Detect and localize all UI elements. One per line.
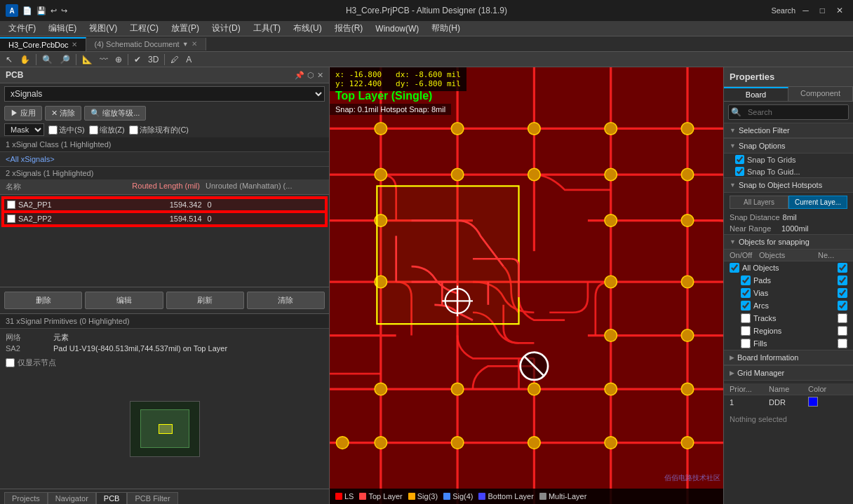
layer-sig4[interactable]: Sig(4) <box>443 492 473 500</box>
refresh-btn[interactable]: 刷新 <box>166 292 244 309</box>
filter-mask-select[interactable]: Mask <box>4 123 44 136</box>
text-tool[interactable]: A <box>183 54 194 65</box>
current-layer-btn[interactable]: Current Laye... <box>788 196 847 209</box>
minimap-board <box>140 409 189 448</box>
all-layers-btn[interactable]: All Layers <box>730 196 788 209</box>
close-btn[interactable]: ✕ <box>832 4 847 17</box>
pcb-canvas[interactable] <box>330 67 723 504</box>
tab-schematic-close[interactable]: ✕ <box>192 40 197 48</box>
file-menu-icon: 📄 <box>22 6 32 15</box>
route-tool[interactable]: 〰 <box>97 54 111 65</box>
obj-check2-all[interactable] <box>838 263 847 273</box>
obj-check2-fills[interactable] <box>838 339 847 348</box>
zoom-in-tool[interactable]: 🔍 <box>39 54 55 65</box>
layer-multi[interactable]: Multi-Layer <box>539 492 586 500</box>
pan-tool[interactable]: ✋ <box>17 54 33 65</box>
3d-tool[interactable]: 3D <box>145 54 161 65</box>
delete-btn[interactable]: 删除 <box>4 292 82 309</box>
props-panel-header: Properties <box>724 67 853 87</box>
grid-manager-header[interactable]: Grid Manager <box>724 365 853 381</box>
snap-options-header[interactable]: Snap Options <box>724 138 853 154</box>
board-info-header[interactable]: Board Information <box>724 350 853 365</box>
zoom-btn[interactable]: 🔍 缩放等级... <box>84 106 146 121</box>
obj-check2-pads[interactable] <box>838 275 847 285</box>
clear-action-btn[interactable]: 清除 <box>247 292 325 309</box>
snap-object-content: All Layers Current Laye... Snap Distance… <box>724 193 853 234</box>
menu-tools[interactable]: 工具(T) <box>248 21 286 36</box>
tab-pcbdoc[interactable]: H3_Core.PcbDoc ✕ <box>0 37 86 51</box>
search-box[interactable]: 🔍 <box>728 104 849 120</box>
obj-checkbox-arcs[interactable] <box>741 301 751 311</box>
clear-btn[interactable]: ✕ 清除 <box>45 106 81 121</box>
search-input[interactable] <box>744 106 849 118</box>
layer-top[interactable]: Top Layer <box>359 492 402 500</box>
drc-tool[interactable]: ✔ <box>131 54 144 65</box>
menu-edit[interactable]: 编辑(E) <box>43 21 82 36</box>
layer-ls[interactable]: LS <box>335 492 354 500</box>
tab-navigator[interactable]: Navigator <box>48 492 96 504</box>
signal-row-sa2pp2[interactable]: SA2_PP2 1594.514 0 <box>3 212 326 226</box>
filter-zoom-checkbox[interactable] <box>89 125 98 135</box>
obj-checkbox-vias[interactable] <box>741 288 751 298</box>
minimize-btn[interactable]: ─ <box>798 4 813 17</box>
save-icon: 💾 <box>36 6 46 15</box>
tab-pcb[interactable]: PCB <box>96 492 128 504</box>
pcb-pin-btn[interactable]: 📌 <box>295 71 304 80</box>
tab-pcbdoc-close[interactable]: ✕ <box>72 41 77 48</box>
menu-help[interactable]: 帮助(H) <box>426 21 466 36</box>
xsignal-select[interactable]: xSignals <box>4 86 325 102</box>
menu-window[interactable]: Window(W) <box>370 22 424 35</box>
obj-check2-tracks[interactable] <box>838 313 847 323</box>
snap-to-grids-checkbox[interactable] <box>735 155 744 164</box>
obj-check2-vias[interactable] <box>838 288 847 298</box>
obj-checkbox-pads[interactable] <box>741 275 751 285</box>
signal-row-sa2pp1[interactable]: SA2_PP1 1594.342 0 <box>3 198 326 212</box>
menu-design[interactable]: 设计(D) <box>206 21 246 36</box>
highlight-tool[interactable]: 🖊 <box>168 54 182 65</box>
tab-schematic[interactable]: (4) Schematic Document ▼ ✕ <box>86 38 206 50</box>
layer-sig3[interactable]: Sig(3) <box>408 492 438 500</box>
menu-view[interactable]: 视图(V) <box>83 21 123 36</box>
maximize-btn[interactable]: □ <box>816 4 829 17</box>
menu-file[interactable]: 文件(F) <box>3 21 41 36</box>
svg-point-58 <box>681 437 693 449</box>
obj-check2-arcs[interactable] <box>838 301 847 311</box>
tab-schematic-dropdown[interactable]: ▼ <box>182 41 189 48</box>
measure-tool[interactable]: 📐 <box>79 54 95 65</box>
menu-place[interactable]: 放置(P) <box>166 21 205 36</box>
objects-snapping-header[interactable]: Objects for snapping <box>724 234 853 250</box>
minimap[interactable] <box>130 401 200 457</box>
obj-checkbox-tracks[interactable] <box>741 313 751 323</box>
props-tab-board[interactable]: Board <box>724 87 788 101</box>
selection-filter-header[interactable]: Selection Filter <box>724 123 853 138</box>
snap-object-header[interactable]: Snap to Object Hotspots <box>724 177 853 193</box>
obj-checkbox-regions[interactable] <box>741 326 751 336</box>
obj-checkbox-fills[interactable] <box>741 339 751 348</box>
show-nodes-checkbox[interactable] <box>6 358 15 367</box>
obj-checkbox-all[interactable] <box>730 263 739 273</box>
props-tab-component[interactable]: Component <box>788 87 853 101</box>
all-xsignals[interactable]: <All xSignals> <box>0 152 329 167</box>
pointer-tool[interactable]: ↖ <box>3 54 15 65</box>
filter-clear-checkbox[interactable] <box>129 125 138 135</box>
snap-to-guide-checkbox[interactable] <box>735 167 744 176</box>
svg-point-49 <box>528 383 540 395</box>
menu-report[interactable]: 报告(R) <box>329 21 369 36</box>
obj-name-fills: Fills <box>753 339 838 348</box>
pcb-close-btn[interactable]: ✕ <box>317 71 323 80</box>
pcb-float-btn[interactable]: ⬡ <box>307 71 314 80</box>
xsignal-dropdown[interactable]: xSignals <box>4 86 325 102</box>
menu-project[interactable]: 工程(C) <box>124 21 164 36</box>
canvas-area[interactable]: x: -16.800 dx: -8.600 mil y: 122.400 dy:… <box>330 67 723 504</box>
edit-btn[interactable]: 编辑 <box>85 292 163 309</box>
near-range-row: Near Range 1000mil <box>724 223 853 234</box>
apply-btn[interactable]: ▶ 应用 <box>4 106 42 121</box>
layer-bottom[interactable]: Bottom Layer <box>478 492 533 500</box>
obj-check2-regions[interactable] <box>838 326 847 336</box>
filter-select-checkbox[interactable] <box>48 125 58 135</box>
zoom-out-tool[interactable]: 🔎 <box>57 54 73 65</box>
menu-route[interactable]: 布线(U) <box>288 21 328 36</box>
tab-pcb-filter[interactable]: PCB Filter <box>127 492 177 504</box>
tab-projects[interactable]: Projects <box>4 492 48 504</box>
place-tool[interactable]: ⊕ <box>112 54 125 65</box>
